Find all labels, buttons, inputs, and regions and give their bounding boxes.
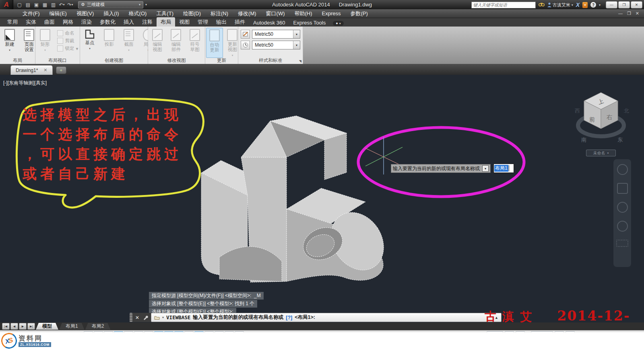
navigation-bar[interactable] — [613, 159, 631, 267]
help-icon[interactable]: ? — [590, 2, 596, 8]
new-file-icon[interactable]: ▢ — [17, 2, 23, 8]
file-tab-drawing1[interactable]: Drawing1* ✕ — [10, 65, 53, 75]
ribbon-tab-mesh[interactable]: 网格 — [59, 17, 77, 27]
projected-view-button[interactable]: 投影 — [100, 28, 118, 57]
menu-file[interactable]: 文件(F) — [18, 10, 45, 17]
exchange-apps-icon[interactable]: X — [576, 2, 580, 8]
ribbon-tab-render[interactable]: 渲染 — [77, 17, 96, 27]
style-monitor-icon[interactable] — [241, 41, 250, 49]
ribbon-tab-a360[interactable]: Autodesk 360 — [249, 18, 289, 27]
showmotion-icon[interactable] — [616, 240, 628, 247]
drawing-canvas[interactable]: [-][东南等轴测][真实] 选择模型之后，出现 一个选择布局的命令 ，可以直接… — [0, 75, 644, 322]
clip-viewport-button[interactable]: 剪裁 — [57, 38, 78, 44]
search-binoculars-icon[interactable] — [539, 1, 545, 8]
standard-combo-2[interactable]: Metric50 ▼ — [252, 41, 300, 49]
close-button[interactable]: ✕ — [631, 1, 642, 8]
ribbon-tab-surface[interactable]: 曲面 — [40, 17, 59, 27]
menu-window[interactable]: 窗口(W) — [261, 10, 290, 17]
viewcube[interactable]: 西 北 南 东 上 前 右 未命名▾ — [567, 87, 635, 164]
save-as-icon[interactable]: ▦ — [42, 2, 48, 8]
new-layout-button[interactable]: 新建▾ — [1, 28, 19, 57]
menu-express[interactable]: Express — [317, 10, 346, 16]
menu-dimension[interactable]: 标注(N) — [206, 10, 233, 17]
named-viewport-button[interactable]: 命名 — [57, 30, 78, 36]
ribbon-tab-annotate[interactable]: 注释 — [138, 17, 157, 27]
recent-commands-folder-icon[interactable] — [154, 315, 160, 320]
ribbon-tab-layout[interactable]: 布局 — [157, 17, 175, 27]
dyn-input-options-icon[interactable]: ▾ — [482, 165, 489, 172]
navigation-wheel-icon[interactable] — [617, 164, 628, 175]
section-view-button[interactable]: 截面▾ — [120, 28, 138, 57]
customize-wrench-icon[interactable] — [143, 315, 148, 320]
last-tab-arrow-icon[interactable]: ▶| — [27, 323, 35, 330]
search-input[interactable] — [471, 2, 536, 8]
combo-arrow-icon[interactable]: ▼ — [293, 41, 300, 49]
menu-help[interactable]: 帮助(H) — [290, 10, 317, 17]
menu-tools[interactable]: 工具(T) — [151, 10, 178, 17]
standard-combo-1[interactable]: Metric50 ▼ — [252, 30, 300, 39]
redo-icon[interactable]: ↷▾ — [67, 2, 73, 8]
doc-close-icon[interactable]: ✕ — [636, 11, 639, 16]
tab-model[interactable]: 模型 — [36, 323, 58, 330]
tab-layout1[interactable]: 布局1 — [59, 323, 85, 330]
command-bar[interactable]: ✕ ▾ VIEWBASE 输入要置为当前的新的或现有布局名称或 [?] <布局1… — [130, 313, 502, 322]
named-view-dropdown[interactable]: 未命名▾ — [586, 150, 616, 156]
ribbon-tab-express[interactable]: Express Tools — [289, 18, 330, 27]
command-bar-grip[interactable] — [130, 313, 132, 322]
workspace-switcher[interactable]: ⚙ 三维建模 ▾ — [78, 1, 143, 8]
a360-icon[interactable]: ▾ — [582, 2, 588, 8]
command-input[interactable]: ▾ VIEWBASE 输入要置为当前的新的或现有布局名称或 [?] <布局1>:… — [151, 313, 502, 322]
open-file-icon[interactable]: ▤ — [25, 2, 31, 8]
lock-viewport-button[interactable]: 锁定▾ — [57, 45, 78, 51]
minimize-button[interactable]: — — [606, 1, 617, 8]
viewport-controls-label[interactable]: [-][东南等轴测][真实] — [3, 80, 47, 86]
new-tab-button[interactable]: ＋ — [56, 66, 66, 74]
3d-model[interactable] — [201, 116, 394, 282]
menu-format[interactable]: 格式(O) — [124, 10, 152, 17]
menu-insert[interactable]: 插入(I) — [99, 10, 124, 17]
pan-icon[interactable] — [617, 183, 628, 194]
ribbon-tab-output[interactable]: 输出 — [212, 17, 231, 27]
menu-parametric[interactable]: 参数(P) — [346, 10, 373, 17]
panel-dialog-launcher-icon[interactable]: ◥ — [299, 60, 301, 63]
rect-viewport-button[interactable]: 矩形▾ — [36, 28, 54, 57]
edit-view-button[interactable]: 编辑视图 — [149, 28, 166, 57]
first-tab-arrow-icon[interactable]: |◀ — [2, 323, 10, 330]
tab-layout2[interactable]: 布局2 — [85, 323, 111, 330]
doc-restore-icon[interactable]: ❐ — [627, 11, 631, 16]
ribbon-tab-parametric[interactable]: 参数化 — [96, 17, 120, 27]
autocad-logo-icon[interactable]: A — [0, 0, 13, 9]
qat-customize-icon[interactable]: ▾ — [145, 3, 147, 6]
ribbon-tab-insert[interactable]: 插入 — [120, 17, 138, 27]
menu-view[interactable]: 视图(V) — [72, 10, 99, 17]
next-tab-arrow-icon[interactable]: ▶ — [19, 323, 27, 330]
ribbon-tab-view[interactable]: 视图 — [175, 17, 194, 27]
edit-components-button[interactable]: 编辑部件 — [167, 28, 184, 57]
symbol-sketch-button[interactable]: 符号草图 — [186, 28, 203, 57]
save-icon[interactable]: ▣ — [33, 2, 39, 8]
menu-draw[interactable]: 绘图(D) — [178, 10, 206, 17]
ribbon-options-icon[interactable]: ●▾ — [333, 21, 343, 26]
undo-icon[interactable]: ↶▾ — [59, 2, 65, 8]
prev-tab-arrow-icon[interactable]: ◀ — [10, 323, 18, 330]
ribbon-tab-home[interactable]: 常用 — [3, 17, 22, 27]
signin-user[interactable]: 古滇艾米 ▾ — [547, 2, 573, 8]
combo-arrow-icon[interactable]: ▼ — [293, 30, 300, 38]
doc-minimize-icon[interactable]: — — [618, 11, 623, 16]
orbit-icon[interactable] — [617, 221, 628, 232]
menu-edit[interactable]: 编辑(E) — [45, 10, 72, 17]
ribbon-tab-manage[interactable]: 管理 — [194, 17, 212, 27]
file-tab-close-icon[interactable]: ✕ — [43, 68, 47, 73]
command-option[interactable]: [?] — [286, 315, 292, 320]
menu-modify[interactable]: 修改(M) — [233, 10, 261, 17]
drafting-standard-icon[interactable] — [241, 30, 250, 39]
restore-button[interactable]: ❐ — [618, 1, 630, 8]
ribbon-tab-solid[interactable]: 实体 — [22, 17, 40, 27]
print-icon[interactable]: ▥ — [50, 2, 56, 8]
update-view-button[interactable]: 更新视图▾ — [225, 28, 240, 57]
command-close-icon[interactable]: ✕ — [135, 315, 139, 320]
dynamic-input-field[interactable]: 布局1 — [493, 164, 514, 173]
ribbon-tab-plugins[interactable]: 插件 — [231, 17, 249, 27]
auto-update-button[interactable]: 自动更新 — [206, 28, 223, 58]
base-view-button[interactable]: 基点▾ — [81, 28, 99, 57]
